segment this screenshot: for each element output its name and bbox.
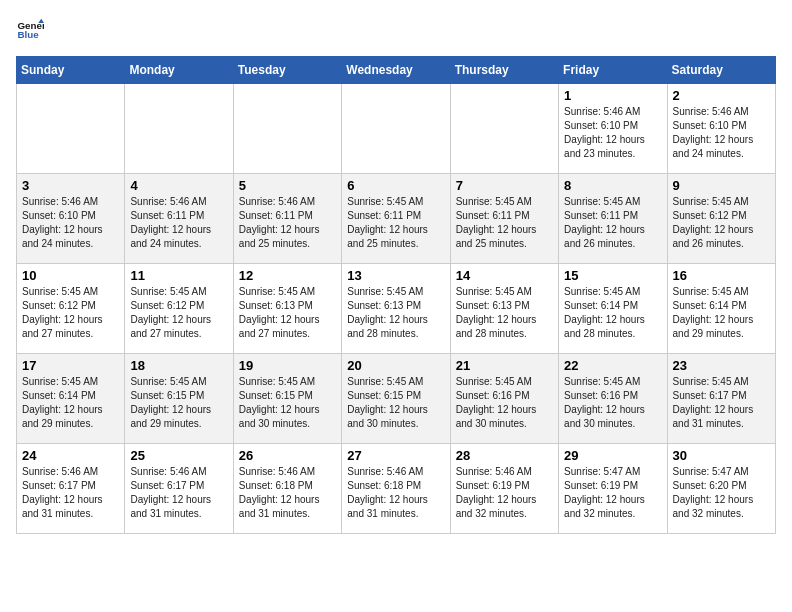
day-number: 26 [239,448,336,463]
day-number: 15 [564,268,661,283]
day-info: Sunrise: 5:45 AM Sunset: 6:17 PM Dayligh… [673,375,770,431]
calendar-cell: 23Sunrise: 5:45 AM Sunset: 6:17 PM Dayli… [667,354,775,444]
calendar-cell [17,84,125,174]
day-info: Sunrise: 5:45 AM Sunset: 6:14 PM Dayligh… [673,285,770,341]
day-info: Sunrise: 5:46 AM Sunset: 6:17 PM Dayligh… [22,465,119,521]
day-number: 8 [564,178,661,193]
calendar-cell: 7Sunrise: 5:45 AM Sunset: 6:11 PM Daylig… [450,174,558,264]
logo: General Blue [16,16,44,44]
header-thursday: Thursday [450,57,558,84]
day-info: Sunrise: 5:45 AM Sunset: 6:14 PM Dayligh… [22,375,119,431]
day-info: Sunrise: 5:46 AM Sunset: 6:18 PM Dayligh… [347,465,444,521]
calendar-cell: 24Sunrise: 5:46 AM Sunset: 6:17 PM Dayli… [17,444,125,534]
day-number: 4 [130,178,227,193]
day-number: 24 [22,448,119,463]
day-info: Sunrise: 5:45 AM Sunset: 6:16 PM Dayligh… [456,375,553,431]
calendar-cell: 12Sunrise: 5:45 AM Sunset: 6:13 PM Dayli… [233,264,341,354]
calendar-cell: 5Sunrise: 5:46 AM Sunset: 6:11 PM Daylig… [233,174,341,264]
calendar-cell: 9Sunrise: 5:45 AM Sunset: 6:12 PM Daylig… [667,174,775,264]
day-info: Sunrise: 5:46 AM Sunset: 6:19 PM Dayligh… [456,465,553,521]
week-row-3: 17Sunrise: 5:45 AM Sunset: 6:14 PM Dayli… [17,354,776,444]
day-info: Sunrise: 5:45 AM Sunset: 6:15 PM Dayligh… [239,375,336,431]
calendar-cell: 30Sunrise: 5:47 AM Sunset: 6:20 PM Dayli… [667,444,775,534]
header-friday: Friday [559,57,667,84]
day-number: 16 [673,268,770,283]
header-tuesday: Tuesday [233,57,341,84]
day-info: Sunrise: 5:45 AM Sunset: 6:12 PM Dayligh… [22,285,119,341]
calendar-cell: 29Sunrise: 5:47 AM Sunset: 6:19 PM Dayli… [559,444,667,534]
day-number: 9 [673,178,770,193]
day-info: Sunrise: 5:46 AM Sunset: 6:17 PM Dayligh… [130,465,227,521]
header: General Blue [16,16,776,44]
day-number: 29 [564,448,661,463]
calendar-cell [342,84,450,174]
day-number: 2 [673,88,770,103]
calendar-cell: 13Sunrise: 5:45 AM Sunset: 6:13 PM Dayli… [342,264,450,354]
calendar-cell: 4Sunrise: 5:46 AM Sunset: 6:11 PM Daylig… [125,174,233,264]
header-sunday: Sunday [17,57,125,84]
calendar-cell: 16Sunrise: 5:45 AM Sunset: 6:14 PM Dayli… [667,264,775,354]
calendar-cell: 28Sunrise: 5:46 AM Sunset: 6:19 PM Dayli… [450,444,558,534]
day-info: Sunrise: 5:45 AM Sunset: 6:11 PM Dayligh… [347,195,444,251]
calendar-cell: 22Sunrise: 5:45 AM Sunset: 6:16 PM Dayli… [559,354,667,444]
day-number: 17 [22,358,119,373]
day-info: Sunrise: 5:46 AM Sunset: 6:10 PM Dayligh… [673,105,770,161]
day-info: Sunrise: 5:45 AM Sunset: 6:15 PM Dayligh… [130,375,227,431]
logo-icon: General Blue [16,16,44,44]
day-number: 1 [564,88,661,103]
day-number: 28 [456,448,553,463]
calendar-cell: 15Sunrise: 5:45 AM Sunset: 6:14 PM Dayli… [559,264,667,354]
day-number: 6 [347,178,444,193]
day-info: Sunrise: 5:45 AM Sunset: 6:13 PM Dayligh… [456,285,553,341]
day-number: 20 [347,358,444,373]
day-info: Sunrise: 5:47 AM Sunset: 6:20 PM Dayligh… [673,465,770,521]
day-number: 7 [456,178,553,193]
day-info: Sunrise: 5:47 AM Sunset: 6:19 PM Dayligh… [564,465,661,521]
calendar-cell [450,84,558,174]
header-saturday: Saturday [667,57,775,84]
day-info: Sunrise: 5:46 AM Sunset: 6:11 PM Dayligh… [239,195,336,251]
day-number: 19 [239,358,336,373]
day-number: 11 [130,268,227,283]
day-number: 18 [130,358,227,373]
day-number: 12 [239,268,336,283]
day-number: 27 [347,448,444,463]
day-info: Sunrise: 5:46 AM Sunset: 6:11 PM Dayligh… [130,195,227,251]
day-info: Sunrise: 5:46 AM Sunset: 6:18 PM Dayligh… [239,465,336,521]
calendar-cell: 26Sunrise: 5:46 AM Sunset: 6:18 PM Dayli… [233,444,341,534]
calendar-cell: 25Sunrise: 5:46 AM Sunset: 6:17 PM Dayli… [125,444,233,534]
calendar-cell: 27Sunrise: 5:46 AM Sunset: 6:18 PM Dayli… [342,444,450,534]
day-number: 23 [673,358,770,373]
calendar-cell: 20Sunrise: 5:45 AM Sunset: 6:15 PM Dayli… [342,354,450,444]
calendar-cell: 21Sunrise: 5:45 AM Sunset: 6:16 PM Dayli… [450,354,558,444]
day-number: 10 [22,268,119,283]
day-info: Sunrise: 5:46 AM Sunset: 6:10 PM Dayligh… [564,105,661,161]
calendar-cell: 14Sunrise: 5:45 AM Sunset: 6:13 PM Dayli… [450,264,558,354]
calendar-cell [233,84,341,174]
calendar-cell: 10Sunrise: 5:45 AM Sunset: 6:12 PM Dayli… [17,264,125,354]
day-number: 13 [347,268,444,283]
day-info: Sunrise: 5:45 AM Sunset: 6:12 PM Dayligh… [130,285,227,341]
calendar-cell [125,84,233,174]
day-info: Sunrise: 5:45 AM Sunset: 6:14 PM Dayligh… [564,285,661,341]
calendar-cell: 11Sunrise: 5:45 AM Sunset: 6:12 PM Dayli… [125,264,233,354]
svg-text:Blue: Blue [17,29,39,40]
calendar-cell: 1Sunrise: 5:46 AM Sunset: 6:10 PM Daylig… [559,84,667,174]
week-row-1: 3Sunrise: 5:46 AM Sunset: 6:10 PM Daylig… [17,174,776,264]
day-info: Sunrise: 5:45 AM Sunset: 6:13 PM Dayligh… [239,285,336,341]
calendar-cell: 6Sunrise: 5:45 AM Sunset: 6:11 PM Daylig… [342,174,450,264]
header-monday: Monday [125,57,233,84]
day-number: 25 [130,448,227,463]
day-info: Sunrise: 5:46 AM Sunset: 6:10 PM Dayligh… [22,195,119,251]
day-info: Sunrise: 5:45 AM Sunset: 6:12 PM Dayligh… [673,195,770,251]
week-row-0: 1Sunrise: 5:46 AM Sunset: 6:10 PM Daylig… [17,84,776,174]
day-number: 14 [456,268,553,283]
calendar-cell: 2Sunrise: 5:46 AM Sunset: 6:10 PM Daylig… [667,84,775,174]
header-wednesday: Wednesday [342,57,450,84]
calendar-cell: 18Sunrise: 5:45 AM Sunset: 6:15 PM Dayli… [125,354,233,444]
day-info: Sunrise: 5:45 AM Sunset: 6:11 PM Dayligh… [456,195,553,251]
day-number: 21 [456,358,553,373]
day-number: 5 [239,178,336,193]
week-row-4: 24Sunrise: 5:46 AM Sunset: 6:17 PM Dayli… [17,444,776,534]
calendar-table: SundayMondayTuesdayWednesdayThursdayFrid… [16,56,776,534]
